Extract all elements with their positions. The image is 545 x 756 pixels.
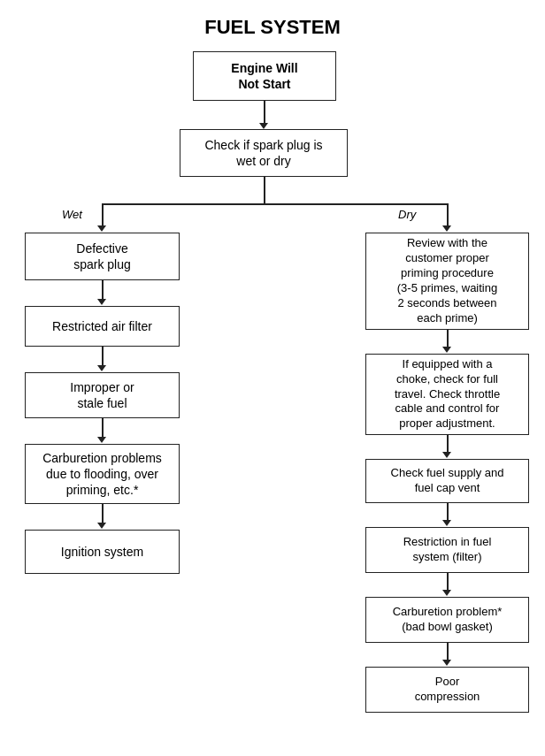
line-engine-to-check: [264, 101, 265, 126]
fuel-supply-label: Check fuel supply and fuel cap vent: [391, 466, 504, 496]
wet-label: Wet: [62, 208, 82, 221]
arrow-choke: [442, 347, 451, 353]
page-title: FUEL SYSTEM: [9, 16, 536, 39]
poor-compression-box: Poor compression: [365, 667, 529, 713]
check-spark-label: Check if spark plug is wet or dry: [204, 137, 322, 169]
arrow-defective: [97, 225, 106, 232]
restricted-air-label: Restricted air filter: [52, 318, 152, 334]
arrow-fuel-supply: [442, 452, 451, 458]
arrow-to-check: [259, 123, 268, 129]
defective-spark-label: Defective spark plug: [73, 241, 131, 272]
dry-label: Dry: [398, 208, 416, 221]
carburetion-wet-box: Carburetion problems due to flooding, ov…: [25, 444, 180, 504]
line-branch-h: [102, 203, 447, 205]
line-left-branch: [102, 203, 104, 228]
restriction-fuel-box: Restriction in fuel system (filter): [365, 527, 529, 573]
carburetion-dry-box: Carburetion problem* (bad bowl gasket): [365, 597, 529, 643]
ignition-box: Ignition system: [25, 530, 180, 574]
arrow-review: [442, 225, 451, 232]
review-priming-box: Review with the customer proper priming …: [365, 233, 529, 330]
engine-box: Engine Will Not Start: [193, 51, 336, 101]
arrow-poor: [442, 660, 451, 666]
restricted-air-box: Restricted air filter: [25, 306, 180, 347]
page: FUEL SYSTEM Engine Will Not Start Check …: [0, 0, 545, 756]
fuel-supply-box: Check fuel supply and fuel cap vent: [365, 459, 529, 503]
check-spark-box: Check if spark plug is wet or dry: [180, 129, 348, 177]
arrow-carb-wet: [97, 437, 106, 443]
arrow-restriction: [442, 520, 451, 526]
arrow-improper: [97, 365, 106, 371]
defective-spark-box: Defective spark plug: [25, 233, 180, 280]
ignition-label: Ignition system: [61, 544, 143, 560]
line-center-down: [264, 177, 265, 203]
choke-check-box: If equipped with a choke, check for full…: [365, 354, 529, 435]
poor-compression-label: Poor compression: [415, 675, 480, 705]
arrow-carb-dry: [442, 590, 451, 596]
carburetion-dry-label: Carburetion problem* (bad bowl gasket): [393, 605, 503, 635]
review-priming-label: Review with the customer proper priming …: [397, 236, 497, 325]
engine-label: Engine Will Not Start: [231, 60, 297, 92]
restriction-fuel-label: Restriction in fuel system (filter): [403, 535, 492, 565]
arrow-restricted: [97, 299, 106, 305]
choke-check-label: If equipped with a choke, check for full…: [395, 357, 500, 431]
line-right-branch: [447, 203, 449, 228]
improper-fuel-box: Improper or stale fuel: [25, 372, 180, 418]
arrow-ignition: [97, 523, 106, 529]
carburetion-wet-label: Carburetion problems due to flooding, ov…: [42, 450, 162, 499]
improper-fuel-label: Improper or stale fuel: [70, 379, 134, 411]
